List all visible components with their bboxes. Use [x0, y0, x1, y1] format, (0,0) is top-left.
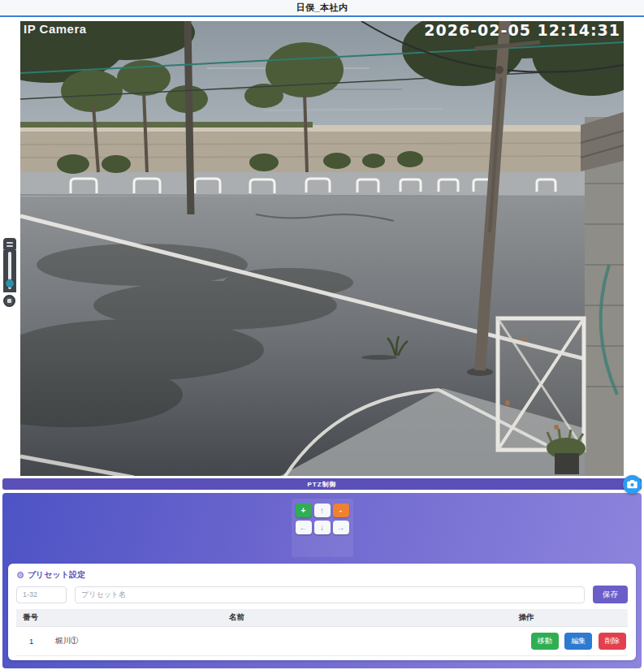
snapshot-button[interactable] — [623, 475, 642, 494]
ptz-panel: + ↑ - ← ↓ → ⚙ プリセット設定 保存 番号 名前 操作 — [2, 493, 642, 668]
camera-name-overlay: IP Camera — [24, 22, 87, 36]
col-header-number: 番号 — [16, 609, 49, 627]
pan-down-button[interactable]: ↓ — [314, 521, 331, 534]
camera-icon — [627, 480, 638, 489]
ptz-pad: + ↑ - ← ↓ → — [292, 499, 353, 557]
zoom-out-button[interactable]: - — [333, 504, 349, 517]
slider-handle-icon[interactable] — [3, 238, 16, 250]
pan-right-button[interactable]: → — [333, 521, 349, 534]
gear-icon: ⚙ — [16, 571, 24, 580]
ptz-control-bar[interactable]: PTZ制御 — [2, 478, 642, 490]
delete-button[interactable]: 削除 — [599, 633, 626, 650]
edit-button[interactable]: 編集 — [564, 633, 592, 650]
slider-reset-button[interactable] — [3, 295, 15, 307]
zoom-slider[interactable] — [2, 238, 16, 307]
app-header: 日俣_本社内 — [0, 0, 644, 17]
preset-settings-card: ⚙ プリセット設定 保存 番号 名前 操作 1 堀川① 移動 — [8, 564, 636, 660]
preset-form: 保存 — [16, 586, 628, 603]
preset-number-input[interactable] — [16, 586, 67, 603]
save-button[interactable]: 保存 — [593, 586, 628, 603]
col-header-name: 名前 — [49, 609, 425, 627]
preset-number: 1 — [16, 627, 49, 656]
stop-icon — [7, 299, 11, 303]
page-title: 日俣_本社内 — [296, 2, 348, 14]
video-section: IP Camera 2026-02-05 12:14:31 — [0, 17, 644, 476]
zoom-in-button[interactable]: + — [296, 504, 312, 517]
slider-track[interactable] — [3, 250, 16, 292]
preset-title-label: プリセット設定 — [28, 569, 85, 581]
preset-name: 日俣 南側入口 — [49, 656, 425, 661]
preset-name-input[interactable] — [75, 586, 585, 603]
pan-left-button[interactable]: ← — [296, 521, 312, 534]
table-row: 2 日俣 南側入口 移動 編集 削除 — [16, 656, 628, 661]
table-row: 1 堀川① 移動 編集 削除 — [16, 627, 628, 656]
camera-feed: IP Camera 2026-02-05 12:14:31 — [20, 21, 624, 476]
col-header-actions: 操作 — [425, 609, 628, 627]
slider-thumb[interactable] — [6, 279, 14, 287]
camera-scene-image — [20, 21, 624, 476]
pan-up-button[interactable]: ↑ — [314, 504, 331, 517]
table-header-row: 番号 名前 操作 — [16, 609, 628, 627]
preset-table: 番号 名前 操作 1 堀川① 移動 編集 削除 2 日俣 南側入 — [16, 609, 628, 660]
move-button[interactable]: 移動 — [531, 633, 559, 650]
preset-settings-title: ⚙ プリセット設定 — [16, 569, 628, 581]
preset-name: 堀川① — [49, 627, 425, 656]
preset-number: 2 — [16, 656, 49, 661]
timestamp-overlay: 2026-02-05 12:14:31 — [424, 21, 620, 39]
